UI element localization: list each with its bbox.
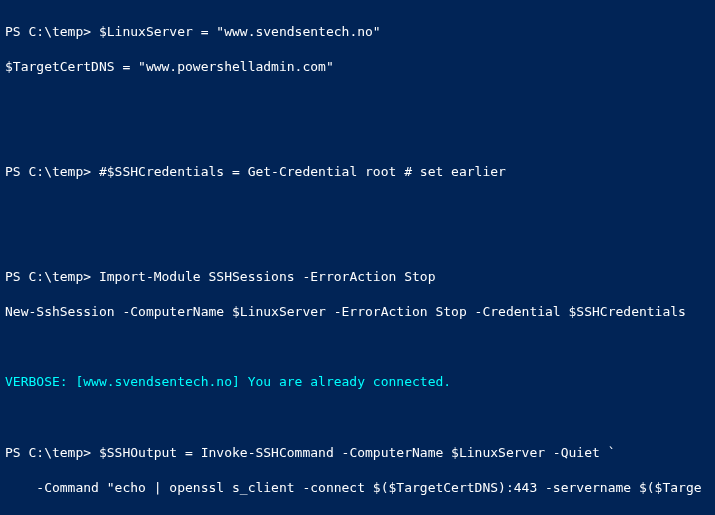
prompt-line: PS C:\temp> $LinuxServer = "www.svendsen… — [5, 23, 710, 41]
blank-line — [5, 409, 710, 427]
prompt: PS C:\temp> — [5, 164, 91, 179]
cmd-text: Import-Module SSHSessions -ErrorAction S… — [99, 269, 436, 284]
verbose-line: VERBOSE: [www.svendsentech.no] You are a… — [5, 373, 710, 391]
prompt: PS C:\temp> — [5, 24, 91, 39]
blank-line — [5, 93, 710, 111]
cmd-text: #$SSHCredentials = Get-Credential root #… — [99, 164, 506, 179]
blank-line — [5, 198, 710, 216]
prompt: PS C:\temp> — [5, 269, 91, 284]
prompt-line: PS C:\temp> $SSHOutput = Invoke-SSHComma… — [5, 444, 710, 462]
cmd-line: $TargetCertDNS = "www.powershelladmin.co… — [5, 58, 710, 76]
cmd-line: New-SshSession -ComputerName $LinuxServe… — [5, 303, 710, 321]
cmd-line: -Command "echo | openssl s_client -conne… — [5, 479, 710, 497]
blank-line — [5, 338, 710, 356]
cmd-text: $TargetCertDNS = "www.powershelladmin.co… — [5, 59, 334, 74]
blank-line — [5, 233, 710, 251]
cmd-text: -Command "echo | openssl s_client -conne… — [5, 480, 702, 495]
prompt: PS C:\temp> — [5, 445, 91, 460]
prompt-line: PS C:\temp> Import-Module SSHSessions -E… — [5, 268, 710, 286]
blank-line — [5, 128, 710, 146]
prompt-line: PS C:\temp> #$SSHCredentials = Get-Crede… — [5, 163, 710, 181]
cmd-text: New-SshSession -ComputerName $LinuxServe… — [5, 304, 686, 319]
cmd-text: $LinuxServer = "www.svendsentech.no" — [99, 24, 381, 39]
cmd-text: $SSHOutput = Invoke-SSHCommand -Computer… — [99, 445, 616, 460]
verbose-text: VERBOSE: [www.svendsentech.no] You are a… — [5, 374, 451, 389]
